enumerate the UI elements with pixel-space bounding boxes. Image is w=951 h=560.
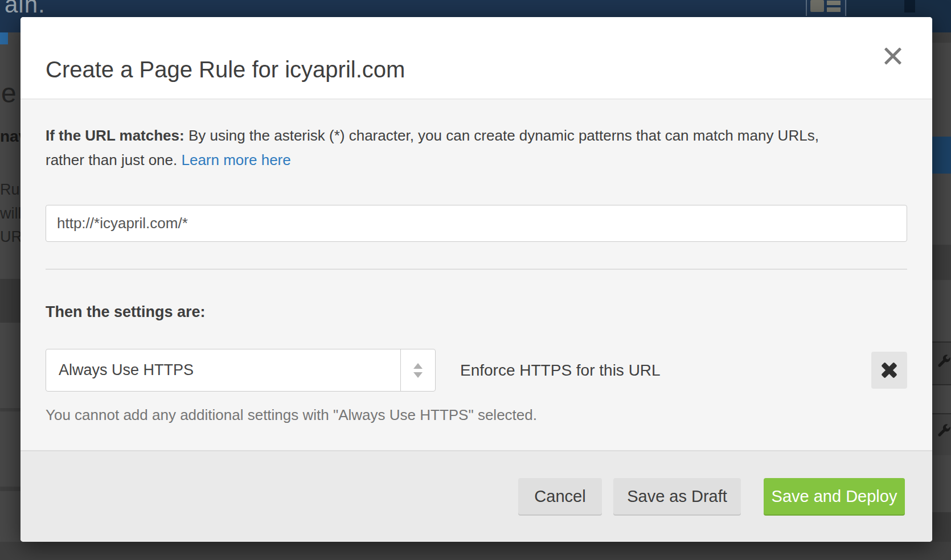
setting-select[interactable]: Always Use HTTPS	[46, 349, 436, 392]
background-right-band	[932, 512, 951, 542]
url-match-label: If the URL matches:	[46, 127, 185, 144]
chevron-down-icon	[413, 372, 423, 378]
settings-heading: Then the settings are:	[46, 302, 907, 322]
learn-more-link[interactable]: Learn more here	[181, 151, 290, 168]
chevron-up-icon	[413, 363, 423, 369]
background-text-fragment: e	[1, 77, 17, 109]
setting-row: Always Use HTTPS Enforce HTTPS for this …	[46, 349, 907, 392]
background-table-band	[0, 279, 21, 323]
url-pattern-input[interactable]	[46, 205, 907, 242]
url-match-description: If the URL matches: By using the asteris…	[46, 123, 837, 172]
background-bottom-strip	[0, 542, 951, 560]
background-row-separator	[0, 408, 21, 411]
list-view-icon	[827, 1, 841, 13]
background-right-band	[932, 32, 951, 43]
background-text-fragment: Ru	[0, 181, 20, 199]
background-navbar-text: ain.	[5, 0, 46, 18]
modal-footer: Cancel Save as Draft Save and Deploy	[21, 450, 932, 542]
cancel-button[interactable]: Cancel	[518, 478, 602, 514]
modal-title: Create a Page Rule for icyapril.com	[46, 57, 405, 83]
background-right-band	[932, 245, 951, 280]
background-wrench-row	[932, 413, 951, 455]
background-text-fragment: UR	[0, 228, 22, 246]
save-and-deploy-button[interactable]: Save and Deploy	[764, 478, 905, 514]
setting-description: Enforce HTTPS for this URL	[460, 361, 661, 380]
settings-section: Then the settings are: Always Use HTTPS …	[21, 302, 932, 424]
modal-body: If the URL matches: By using the asteris…	[21, 98, 932, 450]
background-blue-fragment	[0, 32, 8, 44]
close-button[interactable]	[880, 44, 905, 69]
section-divider	[46, 269, 907, 270]
navbar-dark-slot	[904, 0, 915, 13]
create-page-rule-modal: Create a Page Rule for icyapril.com If t…	[21, 17, 932, 542]
background-text-fragment: will	[0, 205, 22, 223]
setting-select-value: Always Use HTTPS	[46, 349, 400, 391]
navbar-separator	[806, 0, 807, 16]
save-as-draft-button[interactable]: Save as Draft	[613, 478, 741, 514]
grid-view-icon	[810, 0, 824, 12]
background-wrench-row	[932, 341, 951, 385]
wrench-icon	[936, 354, 951, 369]
chevron-updown-icon	[400, 349, 435, 391]
navbar-separator	[845, 0, 846, 16]
background-row-separator	[0, 487, 21, 491]
modal-header: Create a Page Rule for icyapril.com	[21, 17, 932, 98]
remove-setting-button[interactable]	[871, 352, 907, 389]
background-blue-button-fragment	[932, 137, 951, 174]
wrench-icon	[936, 423, 951, 438]
url-match-section: If the URL matches: By using the asteris…	[21, 100, 932, 270]
setting-helper-text: You cannot add any additional settings w…	[46, 406, 907, 424]
